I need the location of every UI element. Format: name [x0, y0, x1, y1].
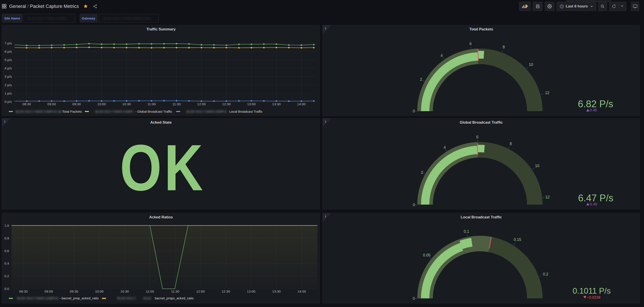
svg-text:1.0: 1.0 [4, 224, 9, 227]
svg-text:09:30: 09:30 [70, 290, 78, 293]
svg-text:0: 0 [413, 109, 415, 113]
svg-text:14:00: 14:00 [297, 102, 306, 106]
svg-text:0: 0 [413, 203, 415, 207]
svg-text:0.2: 0.2 [4, 274, 9, 278]
svg-text:12:30: 12:30 [222, 102, 231, 106]
svg-text:11:30: 11:30 [171, 290, 180, 293]
svg-text:12:00: 12:00 [196, 290, 205, 293]
svg-text:12:30: 12:30 [222, 290, 230, 293]
svg-text:0.6: 0.6 [4, 249, 9, 253]
svg-text:11:00: 11:00 [146, 290, 154, 293]
svg-text:08:30: 08:30 [19, 290, 28, 293]
svg-text:0: 0 [413, 296, 415, 301]
svg-text:10:30: 10:30 [122, 102, 131, 106]
svg-text:12: 12 [545, 91, 549, 95]
svg-text:14:00: 14:00 [298, 290, 306, 293]
svg-text:4: 4 [440, 53, 443, 58]
svg-text:0.05: 0.05 [423, 253, 430, 257]
svg-text:11:30: 11:30 [172, 102, 181, 106]
svg-text:13:00: 13:00 [247, 290, 256, 293]
svg-text:3 p/s: 3 p/s [4, 75, 12, 78]
svg-text:10: 10 [529, 62, 533, 67]
svg-text:2: 2 [421, 170, 423, 175]
svg-text:0.0: 0.0 [4, 287, 9, 291]
svg-text:12:00: 12:00 [197, 102, 206, 106]
svg-text:0.8: 0.8 [4, 236, 9, 240]
svg-text:08:30: 08:30 [22, 102, 31, 106]
svg-text:2 p/s: 2 p/s [4, 83, 12, 87]
svg-text:1 p/s: 1 p/s [4, 91, 12, 95]
svg-text:2: 2 [420, 77, 422, 82]
svg-text:6: 6 [476, 135, 478, 139]
svg-text:13:30: 13:30 [272, 102, 280, 106]
svg-text:6: 6 [470, 41, 472, 46]
svg-text:i: i [4, 120, 5, 123]
svg-text:10:00: 10:00 [97, 102, 106, 106]
svg-text:11:00: 11:00 [148, 102, 156, 106]
svg-text:5 p/s: 5 p/s [4, 58, 12, 62]
svg-text:0.1: 0.1 [464, 229, 469, 234]
svg-text:09:30: 09:30 [72, 102, 81, 106]
svg-text:0 p/s: 0 p/s [4, 100, 12, 103]
svg-text:13:30: 13:30 [272, 290, 280, 293]
svg-text:7 p/s: 7 p/s [4, 41, 12, 45]
svg-text:8: 8 [510, 142, 512, 146]
svg-text:4: 4 [444, 145, 446, 150]
svg-text:4 p/s: 4 p/s [4, 66, 12, 70]
svg-text:10:00: 10:00 [95, 290, 104, 293]
svg-text:09:00: 09:00 [47, 102, 56, 106]
svg-text:0.4: 0.4 [4, 262, 9, 265]
svg-text:10: 10 [535, 164, 540, 168]
svg-text:0.15: 0.15 [514, 237, 521, 242]
svg-text:10:30: 10:30 [120, 290, 129, 293]
svg-text:13:00: 13:00 [247, 102, 256, 106]
svg-text:6 p/s: 6 p/s [4, 50, 12, 53]
svg-text:09:00: 09:00 [44, 290, 53, 293]
svg-text:12: 12 [545, 195, 549, 199]
svg-text:0.2: 0.2 [543, 272, 548, 276]
svg-text:8: 8 [503, 45, 505, 49]
